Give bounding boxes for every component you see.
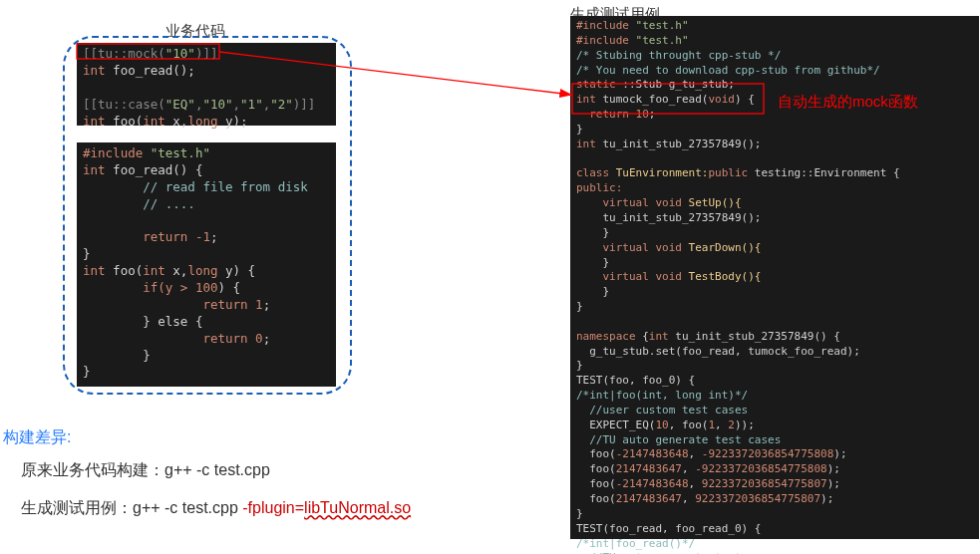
build-diff-title: 构建差异: xyxy=(3,427,71,448)
mock-fn-label: 自动生成的mock函数 xyxy=(778,93,918,112)
build-generated-line: 生成测试用例：g++ -c test.cpp -fplugin=libTuNor… xyxy=(21,498,411,519)
business-code-impl: #include "test.h" int foo_read() { // re… xyxy=(77,142,336,387)
build-original-line: 原来业务代码构建：g++ -c test.cpp xyxy=(21,460,270,481)
business-code-annotations: [[tu::mock("10")]] int foo_read(); [[tu:… xyxy=(77,43,336,126)
